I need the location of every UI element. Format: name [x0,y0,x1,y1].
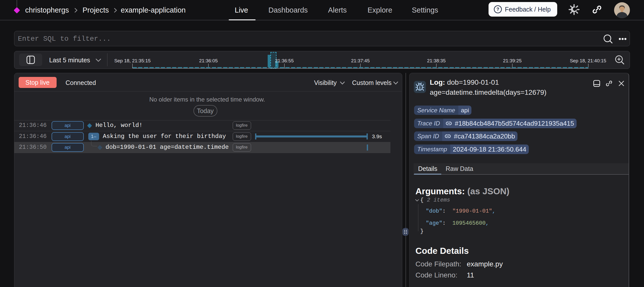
svg-text:?: ? [497,7,499,12]
